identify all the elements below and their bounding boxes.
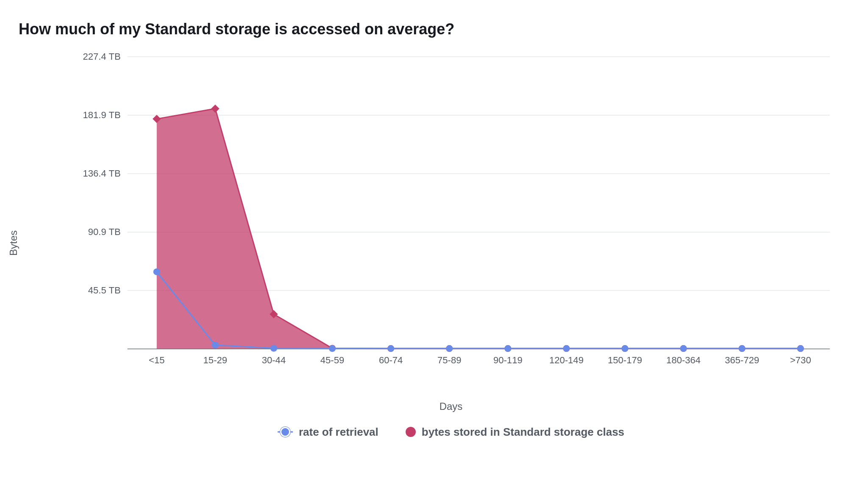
- x-tick-label: 180-364: [666, 355, 701, 365]
- chart-container: How much of my Standard storage is acces…: [0, 0, 868, 495]
- x-tick-label: 75-89: [437, 355, 461, 365]
- line-marker-dot-icon: [504, 345, 511, 352]
- y-tick-label: 90.9 TB: [88, 227, 121, 237]
- x-tick-label: <15: [149, 355, 164, 365]
- x-tick-label: 30-44: [262, 355, 286, 365]
- line-marker-dot-icon: [153, 268, 160, 275]
- line-marker-dot-icon: [212, 342, 219, 348]
- line-marker-dot-icon: [797, 345, 804, 352]
- line-marker-dot-icon: [387, 345, 394, 352]
- x-tick-label: 150-179: [608, 355, 642, 365]
- chart-wrap: Bytes 45.5 TB90.9 TB136.4 TB181.9 TB227.…: [17, 48, 843, 438]
- legend-swatch-line-icon: [278, 424, 293, 440]
- y-tick-label: 136.4 TB: [83, 168, 120, 179]
- line-marker-dot-icon: [563, 345, 570, 352]
- x-tick-label: 60-74: [379, 355, 403, 365]
- line-marker-dot-icon: [739, 345, 746, 352]
- area-series-fill: [157, 109, 801, 349]
- line-marker-dot-icon: [621, 345, 628, 352]
- plot-area: 45.5 TB90.9 TB136.4 TB181.9 TB227.4 TB<1…: [59, 48, 843, 387]
- x-tick-label: 365-729: [725, 355, 759, 365]
- y-tick-label: 45.5 TB: [88, 285, 121, 296]
- chart-title: How much of my Standard storage is acces…: [19, 20, 843, 38]
- x-tick-label: 120-149: [549, 355, 584, 365]
- x-tick-label: >730: [790, 355, 811, 365]
- line-marker-dot-icon: [446, 345, 453, 352]
- x-tick-label: 45-59: [320, 355, 344, 365]
- x-tick-label: 15-29: [203, 355, 227, 365]
- line-marker-dot-icon: [270, 345, 277, 351]
- line-marker-dot-icon: [329, 345, 336, 352]
- line-marker-dot-icon: [680, 345, 687, 352]
- x-tick-label: 90-119: [493, 355, 523, 365]
- chart-svg: 45.5 TB90.9 TB136.4 TB181.9 TB227.4 TB<1…: [59, 48, 843, 387]
- y-tick-label: 181.9 TB: [83, 110, 120, 120]
- y-tick-label: 227.4 TB: [83, 51, 120, 62]
- y-axis-label: Bytes: [8, 230, 19, 256]
